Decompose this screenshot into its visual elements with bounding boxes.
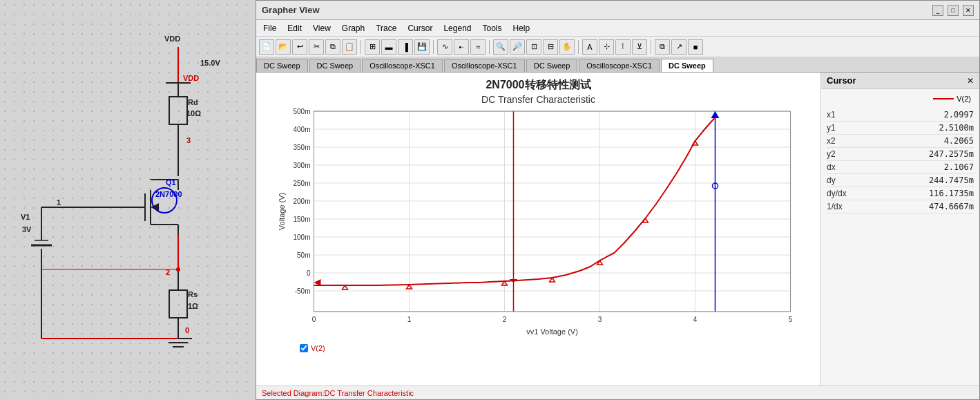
svg-text:400m: 400m [293, 126, 310, 133]
svg-text:150m: 150m [293, 216, 310, 223]
tb-copy2[interactable]: ⧉ [655, 39, 670, 55]
svg-text:100m: 100m [293, 234, 310, 241]
tb-zoom-fit[interactable]: ⊡ [526, 39, 541, 55]
label-rd-val: 10Ω [186, 109, 201, 117]
tb-cursor3[interactable]: ⊻ [632, 39, 647, 55]
tb-grid[interactable]: ⊞ [365, 39, 380, 55]
status-text: Selected Diagram:DC Transfer Characteris… [262, 389, 414, 397]
menu-legend[interactable]: Legend [439, 22, 475, 35]
menu-help[interactable]: Help [509, 22, 535, 35]
cursor-close-icon[interactable]: ✕ [967, 76, 974, 86]
svg-text:Voltage (V): Voltage (V) [278, 193, 286, 230]
tb-wave1[interactable]: ∿ [437, 39, 452, 55]
tb-copy[interactable]: ⧉ [325, 39, 340, 55]
tb-cursor2[interactable]: ⊺ [615, 39, 631, 55]
cursor-key-x1: x1 [827, 110, 836, 120]
tab-bar: DC Sweep DC Sweep Oscilloscope-XSC1 Osci… [256, 57, 979, 73]
label-rs: Rs [188, 290, 198, 298]
minimize-button[interactable]: _ [932, 5, 943, 16]
legend-checkbox[interactable] [300, 344, 308, 352]
label-v1-val: 3V [22, 225, 31, 234]
svg-text:4: 4 [693, 316, 698, 323]
close-button[interactable]: ✕ [963, 5, 974, 16]
menu-cursor[interactable]: Cursor [403, 22, 436, 35]
tb-pan[interactable]: ✋ [559, 39, 575, 55]
cursor-row-dy: dy 244.7475m [827, 174, 974, 187]
tab-3[interactable]: Oscilloscope-XSC1 [444, 59, 525, 72]
tb-paste[interactable]: 📋 [342, 39, 357, 55]
tb-zoom-sel[interactable]: ⊟ [543, 39, 558, 55]
tb-open[interactable]: 📂 [276, 39, 291, 55]
chart-title-cn: 2N7000转移特性测试 [262, 78, 815, 93]
tb-wave2[interactable]: •· [454, 39, 469, 55]
label-2n7000: 2N7000 [155, 190, 182, 198]
cursor-key-x2: x2 [827, 136, 836, 146]
tb-zoom-in[interactable]: 🔍 [493, 39, 508, 55]
svg-text:250m: 250m [293, 180, 310, 187]
tb-wave3[interactable]: ≈ [470, 39, 486, 55]
menu-edit[interactable]: Edit [283, 22, 306, 35]
cursor-row-y1: y1 2.5100m [827, 122, 974, 135]
label-node3: 3 [186, 136, 191, 144]
svg-rect-3 [169, 97, 187, 124]
svg-text:0: 0 [307, 269, 311, 277]
tb-col[interactable]: ▐ [398, 39, 413, 55]
tb-save[interactable]: 💾 [414, 39, 430, 55]
label-rd: Rd [188, 98, 198, 106]
tb-new[interactable]: 📄 [259, 39, 274, 55]
tab-6[interactable]: DC Sweep [661, 59, 713, 72]
cursor-row-dydx: dy/dx 116.1735m [827, 187, 974, 200]
chart-legend: V(2) [300, 344, 815, 352]
menu-tools[interactable]: Tools [478, 22, 506, 35]
svg-text:-50m: -50m [295, 287, 311, 295]
label-rs-val: 1Ω [188, 302, 198, 310]
tb-cut[interactable]: ✂ [309, 39, 324, 55]
cursor-key-y1: y1 [827, 123, 836, 133]
label-voltage: 15.0V [200, 59, 220, 67]
legend-label: V(2) [311, 344, 325, 352]
menu-view[interactable]: View [309, 22, 335, 35]
cursor-key-dx: dx [827, 162, 836, 172]
cursor-row-dx: dx 2.1067 [827, 161, 974, 174]
cursor-table: V(2) x1 2.0997 y1 2.5100m x2 4.2065 y2 [821, 89, 979, 385]
svg-text:vv1 Voltage (V): vv1 Voltage (V) [526, 327, 578, 336]
status-bar: Selected Diagram:DC Transfer Characteris… [256, 385, 979, 399]
menu-graph[interactable]: Graph [338, 22, 369, 35]
cursor-key-dydx: dy/dx [827, 189, 847, 198]
svg-rect-17 [169, 290, 187, 318]
cursor-val-x2: 4.2065 [944, 136, 974, 146]
chart-area: 2N7000转移特性测试 DC Transfer Characteristic [256, 73, 820, 385]
cursor-header: Cursor ✕ [821, 73, 979, 89]
cursor-legend-label: V(2) [957, 95, 971, 103]
svg-text:1: 1 [407, 316, 412, 323]
toolbar: 📄 📂 ↩ ✂ ⧉ 📋 ⊞ ▬ ▐ 💾 ∿ •· ≈ 🔍 🔎 ⊡ ⊟ ✋ A ⊹… [256, 37, 979, 57]
tab-2[interactable]: Oscilloscope-XSC1 [362, 59, 443, 72]
label-node1: 1 [57, 198, 61, 207]
svg-text:3: 3 [598, 316, 602, 323]
tb-zoom-out[interactable]: 🔎 [510, 39, 525, 55]
tb-stop[interactable]: ■ [688, 39, 703, 55]
maximize-button[interactable]: □ [948, 5, 959, 16]
cursor-legend: V(2) [827, 95, 974, 103]
tb-undo[interactable]: ↩ [292, 39, 307, 55]
menu-file[interactable]: File [259, 22, 280, 35]
title-bar: Grapher View _ □ ✕ [256, 1, 979, 20]
cursor-header-label: Cursor [827, 75, 856, 86]
tab-4[interactable]: DC Sweep [526, 59, 578, 72]
tb-cursor1[interactable]: ⊹ [599, 39, 614, 55]
tab-0[interactable]: DC Sweep [256, 59, 308, 72]
menu-trace[interactable]: Trace [372, 22, 401, 35]
svg-text:200m: 200m [293, 198, 310, 205]
svg-text:5: 5 [789, 316, 793, 323]
svg-text:350m: 350m [293, 144, 310, 151]
label-node2: 2 [166, 268, 170, 276]
tb-bar[interactable]: ▬ [381, 39, 396, 55]
tb-export[interactable]: ↗ [671, 39, 686, 55]
cursor-key-y2: y2 [827, 149, 836, 159]
tb-label[interactable]: A [582, 39, 597, 55]
tab-1[interactable]: DC Sweep [309, 59, 361, 72]
label-vdd-red: VDD [183, 74, 199, 82]
window-title: Grapher View [262, 5, 320, 15]
main-content: 2N7000转移特性测试 DC Transfer Characteristic [256, 73, 979, 385]
tab-5[interactable]: Oscilloscope-XSC1 [579, 59, 660, 72]
